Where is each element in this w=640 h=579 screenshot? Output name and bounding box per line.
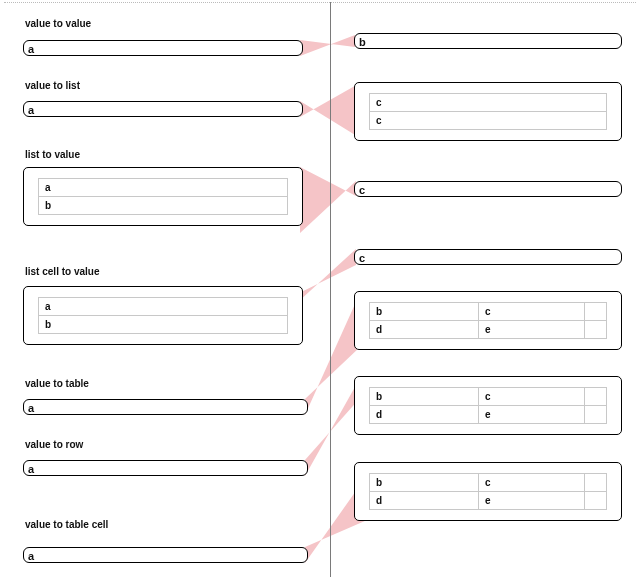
vtor-right-tablebox: b c d e: [354, 376, 622, 435]
table-cell: [585, 388, 607, 406]
table-cell: b: [370, 388, 479, 406]
list-cell: b: [39, 197, 288, 215]
label-vtor: value to row: [25, 439, 83, 450]
vtotc-left-box: a: [23, 547, 308, 563]
label-vtotc: value to table cell: [25, 519, 108, 530]
table-cell: [585, 492, 607, 510]
vtotc-right-tablebox: b c d e: [354, 462, 622, 521]
table-cell: e: [479, 321, 585, 339]
table-cell: [585, 406, 607, 424]
vtot-left-box: a: [23, 399, 308, 415]
lctov-right-box: c: [354, 249, 622, 265]
table-cell: [585, 321, 607, 339]
lctov-left-listbox: a b: [23, 286, 303, 345]
ltov-left-listbox: a b: [23, 167, 303, 226]
vtol-left-box: a: [23, 101, 303, 117]
table-cell: d: [370, 321, 479, 339]
list-cell: a: [39, 298, 288, 316]
list-item: c: [370, 112, 607, 130]
table-row: b c: [370, 388, 607, 406]
lctov-right-value: c: [359, 252, 365, 264]
table-row: d e: [370, 406, 607, 424]
table-cell: b: [370, 303, 479, 321]
ltov-right-box: c: [354, 181, 622, 197]
table-row: d e: [370, 492, 607, 510]
svg-marker-4: [305, 293, 360, 415]
label-lctov: list cell to value: [25, 266, 99, 277]
table-cell: e: [479, 492, 585, 510]
vtol-right-listbox: c c: [354, 82, 622, 141]
svg-marker-5: [305, 378, 360, 476]
table-cell: d: [370, 492, 479, 510]
vtot-right-tablebox: b c d e: [354, 291, 622, 350]
vtot-left-value: a: [28, 402, 34, 414]
table-cell: [585, 303, 607, 321]
list-item: a: [39, 179, 288, 197]
label-vtot: value to table: [25, 378, 89, 389]
vtotc-right-table: b c d e: [369, 473, 607, 510]
table-cell: c: [479, 388, 585, 406]
vtot-right-table: b c d e: [369, 302, 607, 339]
top-rule: [4, 2, 636, 3]
vtol-left-value: a: [28, 104, 34, 116]
label-vtov: value to value: [25, 18, 91, 29]
vtov-left-value: a: [28, 43, 34, 55]
svg-marker-2: [300, 167, 356, 233]
label-vtol: value to list: [25, 80, 80, 91]
list-item: b: [39, 197, 288, 215]
table-cell: [585, 474, 607, 492]
lctov-left-list: a b: [38, 297, 288, 334]
vtol-right-list: c c: [369, 93, 607, 130]
vertical-divider: [330, 2, 331, 577]
list-cell: c: [370, 112, 607, 130]
svg-marker-0: [300, 35, 355, 56]
table-cell: e: [479, 406, 585, 424]
vtor-left-value: a: [28, 463, 34, 475]
ltov-right-value: c: [359, 184, 365, 196]
table-row: d e: [370, 321, 607, 339]
vtor-left-box: a: [23, 460, 308, 476]
list-item: a: [39, 298, 288, 316]
label-ltov: list to value: [25, 149, 80, 160]
list-cell: a: [39, 179, 288, 197]
vtotc-left-value: a: [28, 550, 34, 562]
list-cell: c: [370, 94, 607, 112]
table-cell: b: [370, 474, 479, 492]
vtov-right-value: b: [359, 36, 366, 48]
list-item: c: [370, 94, 607, 112]
table-row: b c: [370, 474, 607, 492]
vtor-right-table: b c d e: [369, 387, 607, 424]
list-cell: b: [39, 316, 288, 334]
ltov-left-list: a b: [38, 178, 288, 215]
table-cell: d: [370, 406, 479, 424]
vtov-left-box: a: [23, 40, 303, 56]
table-cell: c: [479, 303, 585, 321]
table-cell: c: [479, 474, 585, 492]
table-row: b c: [370, 303, 607, 321]
list-item: b: [39, 316, 288, 334]
vtov-right-box: b: [354, 33, 622, 49]
